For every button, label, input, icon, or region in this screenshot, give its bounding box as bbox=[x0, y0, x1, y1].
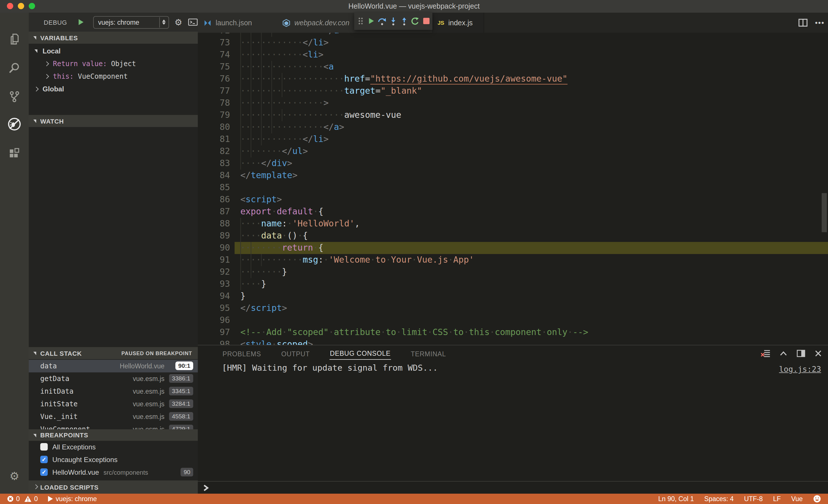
variable-label: Global bbox=[43, 85, 64, 93]
code-text: <style·scoped> bbox=[240, 338, 313, 345]
debug-target-label: vuejs: chrome bbox=[56, 495, 97, 502]
stack-frame-Vue._init[interactable]: Vue._initvue.esm.js4558:1 bbox=[29, 410, 198, 423]
activity-item-explorer[interactable] bbox=[0, 28, 29, 51]
output-source-link[interactable]: log.js:23 bbox=[779, 364, 821, 373]
activity-item-extensions[interactable] bbox=[0, 141, 29, 164]
line-number: 92 bbox=[198, 266, 230, 278]
stack-frame-initState[interactable]: initStatevue.esm.js3284:1 bbox=[29, 398, 198, 410]
debug-console-input[interactable] bbox=[198, 481, 828, 494]
line-number: 93 bbox=[198, 278, 230, 290]
stack-frame-data[interactable]: dataHelloWorld.vue90:1 bbox=[29, 360, 198, 372]
breakpoint-checkbox[interactable]: ✓ bbox=[40, 456, 48, 463]
editor-tab-launch-json[interactable]: launch.json bbox=[198, 13, 277, 33]
variable-row[interactable]: this: VueComponent bbox=[29, 70, 198, 83]
continue-button[interactable] bbox=[367, 16, 376, 26]
open-panel-editor-button[interactable] bbox=[796, 350, 805, 358]
frame-location-badge: 3345:1 bbox=[169, 387, 193, 396]
section-header-variables[interactable]: VARIABLES bbox=[29, 32, 198, 44]
breakpoint-row[interactable]: ✓HelloWorld.vuesrc/components90 bbox=[29, 466, 198, 479]
code-text: </template> bbox=[240, 170, 298, 182]
warning-icon bbox=[25, 495, 32, 502]
clear-console-button[interactable] bbox=[761, 349, 771, 358]
code-line-89: 89····data·()·{ bbox=[198, 230, 828, 242]
extensions-icon bbox=[7, 146, 21, 160]
statusbar-item-vue[interactable]: Vue bbox=[791, 495, 803, 502]
code-text: </script> bbox=[240, 302, 287, 314]
code-text: ············<li> bbox=[240, 49, 323, 61]
breakpoint-checkbox[interactable]: ✓ bbox=[40, 468, 48, 476]
line-number: 77 bbox=[198, 85, 230, 97]
step-over-button[interactable] bbox=[377, 16, 387, 26]
code-line-80: 80················</a> bbox=[198, 121, 828, 133]
title-bar[interactable]: HelloWorld.vue — vuejs-webpack-project bbox=[0, 0, 828, 13]
twistie-icon bbox=[33, 120, 36, 123]
stack-frame-getData[interactable]: getDatavue.esm.js3386:1 bbox=[29, 372, 198, 385]
breakpoint-row[interactable]: All Exceptions bbox=[29, 441, 198, 453]
panel-tab-debug-console[interactable]: DEBUG CONSOLE bbox=[329, 347, 391, 360]
editor-group: 72················</a>73············</li… bbox=[198, 13, 828, 345]
frame-location-badge: 3284:1 bbox=[169, 400, 193, 408]
line-number: 87 bbox=[198, 206, 230, 218]
vscode-window: HelloWorld.vue — vuejs-webpack-project ⚙… bbox=[0, 0, 828, 504]
restart-button[interactable] bbox=[411, 16, 420, 26]
variable-label: Return value: Object bbox=[53, 60, 136, 68]
stop-icon bbox=[423, 17, 430, 25]
step-into-button[interactable] bbox=[388, 16, 398, 26]
twistie-icon bbox=[44, 61, 49, 66]
problems-indicator[interactable]: 0 0 bbox=[7, 495, 38, 502]
code-text: ········return·{ bbox=[240, 242, 323, 254]
code-line-77: 77····················target="_blank" bbox=[198, 85, 828, 97]
error-count: 0 bbox=[16, 495, 20, 502]
section-header-watch[interactable]: WATCH bbox=[29, 115, 198, 127]
section-header-loaded-scripts[interactable]: LOADED SCRIPTS bbox=[29, 480, 198, 494]
maximize-panel-button[interactable] bbox=[779, 350, 788, 357]
start-debug-button[interactable] bbox=[76, 18, 85, 27]
stop-button[interactable] bbox=[421, 16, 431, 26]
variables-scope-global[interactable]: Global bbox=[29, 83, 198, 95]
debug-config-select[interactable]: vuejs: chrome bbox=[93, 16, 169, 29]
breakpoint-label: All Exceptions bbox=[52, 441, 96, 453]
section-header-call-stack[interactable]: CALL STACKPAUSED ON BREAKPOINT bbox=[29, 347, 198, 359]
frame-location-badge: 4558:1 bbox=[169, 412, 193, 421]
stack-frame-initData[interactable]: initDatavue.esm.js3345:1 bbox=[29, 385, 198, 398]
minimize-window-icon[interactable] bbox=[18, 3, 24, 9]
breakpoint-row[interactable]: ✓Uncaught Exceptions bbox=[29, 453, 198, 466]
panel-tab-terminal[interactable]: TERMINAL bbox=[410, 348, 447, 360]
split-editor-icon bbox=[798, 18, 808, 27]
editor-tab-index-js[interactable]: JSindex.js bbox=[432, 13, 484, 33]
panel-tab-bar: PROBLEMSOUTPUTDEBUG CONSOLETERMINAL bbox=[222, 346, 447, 362]
statusbar-item-utf-8[interactable]: UTF-8 bbox=[744, 495, 763, 502]
statusbar-right: Ln 90, Col 1Spaces: 4UTF-8LFVue bbox=[658, 495, 821, 503]
code-line-88: 88····name:·'HelloWorld', bbox=[198, 218, 828, 230]
statusbar-item-ln-90-col-1[interactable]: Ln 90, Col 1 bbox=[658, 495, 694, 502]
breakpoint-checkbox[interactable] bbox=[40, 443, 48, 451]
breakpoint-line-badge: 90 bbox=[181, 468, 193, 476]
feedback-smiley-icon[interactable] bbox=[813, 495, 821, 503]
code-text: ········} bbox=[240, 266, 287, 278]
section-header-breakpoints[interactable]: BREAKPOINTS bbox=[29, 429, 198, 441]
editor-scrollbar[interactable] bbox=[822, 193, 827, 232]
configure-debug-gear-icon[interactable]: ⚙ bbox=[174, 17, 182, 27]
line-number: 88 bbox=[198, 218, 230, 230]
zoom-window-icon[interactable] bbox=[29, 3, 35, 9]
step-out-button[interactable] bbox=[399, 16, 409, 26]
activity-item-debug[interactable] bbox=[0, 112, 29, 136]
variables-scope-local[interactable]: Local bbox=[29, 45, 198, 57]
statusbar-item-spaces-4[interactable]: Spaces: 4 bbox=[704, 495, 734, 502]
close-window-icon[interactable] bbox=[7, 3, 13, 9]
debug-console-output: [HMR] Waiting for update signal from WDS… bbox=[222, 363, 438, 372]
split-editor-icon[interactable] bbox=[798, 18, 808, 27]
variable-row[interactable]: Return value: Object bbox=[29, 57, 198, 70]
panel-tab-problems[interactable]: PROBLEMS bbox=[222, 348, 262, 360]
debug-target-indicator[interactable]: vuejs: chrome bbox=[47, 495, 97, 502]
close-panel-button[interactable] bbox=[814, 350, 822, 358]
activity-item-search[interactable] bbox=[0, 56, 29, 79]
more-actions-icon[interactable]: ••• bbox=[815, 18, 825, 27]
continue-icon bbox=[367, 17, 376, 25]
activity-item-source-control[interactable] bbox=[0, 85, 29, 108]
statusbar-item-lf[interactable]: LF bbox=[773, 495, 781, 502]
frame-name: getData bbox=[40, 372, 69, 385]
activity-item-settings[interactable]: ⚙ bbox=[0, 464, 29, 487]
debug-console-toggle-icon[interactable] bbox=[188, 18, 198, 27]
panel-tab-output[interactable]: OUTPUT bbox=[281, 348, 310, 360]
